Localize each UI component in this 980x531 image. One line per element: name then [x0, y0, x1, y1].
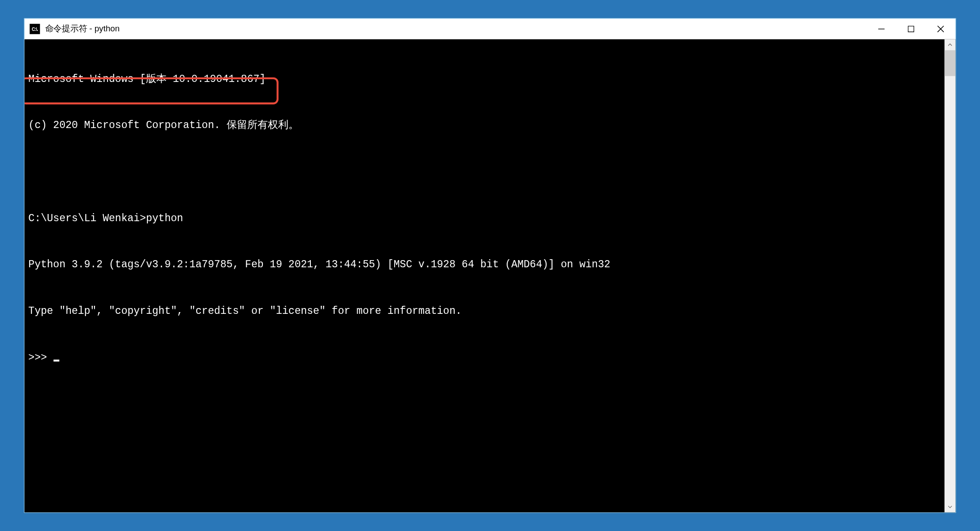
minimize-icon: [878, 26, 885, 32]
terminal-line: C:\Users\Li Wenkai>python: [28, 211, 941, 227]
scroll-up-button[interactable]: [945, 39, 955, 50]
terminal-line: [28, 164, 941, 180]
cmd-icon: C:\.: [30, 24, 40, 34]
svg-rect-1: [908, 26, 914, 32]
command-prompt-window: C:\. 命令提示符 - python Microsoft Windows [版…: [24, 18, 956, 513]
minimize-button[interactable]: [867, 19, 896, 39]
close-button[interactable]: [926, 19, 955, 39]
titlebar[interactable]: C:\. 命令提示符 - python: [25, 19, 956, 39]
terminal-cursor: [54, 360, 60, 361]
client-area: Microsoft Windows [版本 10.0.19041.867] (c…: [25, 39, 956, 513]
terminal-prompt-line: >>>: [28, 350, 941, 366]
maximize-button[interactable]: [896, 19, 926, 39]
svg-rect-0: [878, 29, 885, 29]
scroll-track[interactable]: [945, 50, 955, 501]
terminal-output[interactable]: Microsoft Windows [版本 10.0.19041.867] (c…: [25, 39, 945, 513]
terminal-line: Type "help", "copyright", "credits" or "…: [28, 304, 941, 319]
vertical-scrollbar[interactable]: [945, 39, 955, 513]
window-title: 命令提示符 - python: [45, 23, 867, 35]
scroll-thumb[interactable]: [945, 50, 955, 76]
maximize-icon: [908, 26, 914, 32]
cmd-icon-label: C:\.: [32, 27, 38, 31]
window-controls: [867, 19, 956, 39]
terminal-line: Python 3.9.2 (tags/v3.9.2:1a79785, Feb 1…: [28, 257, 941, 273]
terminal-line: Microsoft Windows [版本 10.0.19041.867]: [28, 72, 941, 87]
terminal-prompt-text: >>>: [28, 352, 53, 364]
chevron-down-icon: [948, 505, 952, 509]
chevron-up-icon: [948, 43, 952, 47]
close-icon: [937, 26, 944, 32]
terminal-line: (c) 2020 Microsoft Corporation. 保留所有权利。: [28, 118, 941, 133]
scroll-down-button[interactable]: [945, 501, 955, 512]
